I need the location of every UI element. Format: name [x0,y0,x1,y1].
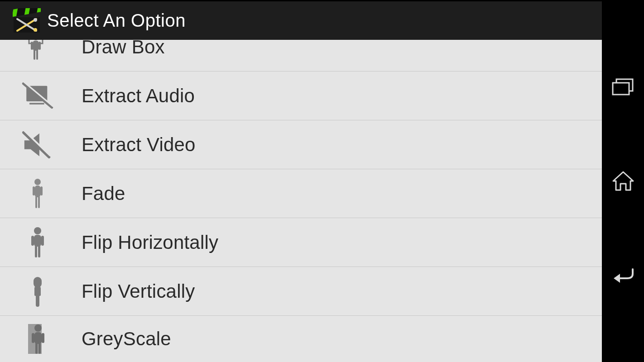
svg-rect-26 [35,186,40,197]
svg-rect-29 [35,196,37,208]
svg-point-10 [34,28,37,32]
home-button[interactable] [610,168,636,194]
recent-apps-icon [612,78,634,96]
screen-off-icon [22,80,53,112]
svg-rect-27 [33,186,35,195]
option-label: Extract Audio [82,85,195,107]
person-frame-icon [22,40,53,62]
option-greyscale[interactable]: GreyScale [0,316,602,362]
svg-rect-33 [31,236,34,246]
video-editor-app-icon [13,8,41,33]
svg-rect-19 [29,103,44,104]
person-thin-icon [22,178,53,210]
svg-point-9 [34,18,37,22]
svg-marker-50 [614,274,620,283]
hand-down-icon [22,275,53,308]
page-title: Select An Option [47,10,186,31]
svg-rect-37 [34,277,42,288]
svg-rect-13 [33,41,38,51]
option-extract-video[interactable]: Extract Video [0,120,602,169]
option-flip-horizontally[interactable]: Flip Horizontally [0,218,602,267]
svg-rect-15 [38,42,41,50]
content-area: Select An Option Draw Box [0,0,602,362]
svg-point-25 [34,179,41,185]
svg-rect-32 [34,235,41,247]
option-label: Fade [82,183,125,205]
screen-root: Select An Option Draw Box [0,0,644,362]
svg-rect-40 [36,287,39,307]
system-nav-bar [602,0,644,362]
option-label: Flip Vertically [82,281,195,302]
option-draw-box[interactable]: Draw Box [0,40,602,71]
svg-rect-46 [35,343,38,354]
person-solid-icon [22,227,53,258]
recent-apps-button[interactable] [610,74,636,100]
svg-rect-49 [613,83,629,95]
option-label: Flip Horizontally [82,232,218,253]
titlebar: Select An Option [0,1,602,40]
person-shadow-icon [22,323,53,355]
home-icon [611,170,635,192]
options-list[interactable]: Draw Box Extract Audio [0,40,602,362]
svg-point-42 [34,324,42,332]
svg-rect-16 [34,50,35,60]
svg-rect-47 [38,343,41,354]
svg-rect-36 [38,246,40,257]
svg-rect-17 [36,50,38,60]
option-label: Draw Box [82,40,165,58]
option-flip-vertically[interactable]: Flip Vertically [0,267,602,316]
volume-mute-icon [22,129,53,160]
svg-rect-35 [35,246,37,257]
svg-rect-30 [38,196,40,208]
svg-rect-14 [31,42,33,50]
option-label: GreyScale [82,328,171,350]
svg-point-12 [33,40,39,40]
svg-point-31 [34,227,41,234]
svg-rect-28 [40,186,43,195]
option-fade[interactable]: Fade [0,169,602,218]
option-label: Extract Video [82,134,196,156]
svg-rect-45 [42,333,44,343]
svg-rect-43 [34,332,42,344]
back-button[interactable] [610,262,636,288]
back-icon [612,266,634,284]
svg-rect-34 [41,236,44,246]
svg-rect-44 [32,333,34,343]
option-extract-audio[interactable]: Extract Audio [0,71,602,120]
